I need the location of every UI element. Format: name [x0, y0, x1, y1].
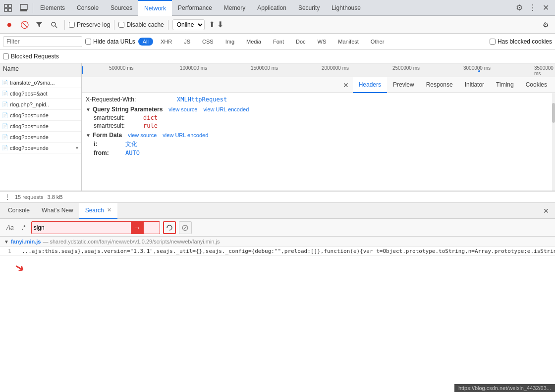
tab-timing[interactable]: Timing [490, 77, 520, 93]
list-item[interactable]: 📄 ctlog?pos=unde [0, 110, 81, 121]
status-bar: ⋮ 15 requests 3.8 kB [0, 191, 555, 203]
list-item[interactable]: 📄 translate_o?sma... [0, 77, 81, 88]
filter-css[interactable]: CSS [198, 38, 218, 46]
tab-console-bottom[interactable]: Console [2, 203, 36, 219]
filter-button[interactable] [33, 18, 46, 31]
query-string-section[interactable]: ▼ Query String Parameters view source vi… [86, 104, 551, 114]
close-bottom-panel-button[interactable]: ✕ [539, 207, 553, 215]
search-cancel-button[interactable]: ⊘ [179, 221, 192, 234]
search-line-number: 1 [8, 248, 18, 254]
file-icon: 📄 [2, 101, 8, 107]
file-icon: 📄 [2, 112, 8, 118]
list-item[interactable]: 📄 ctlog?pos=unde [0, 132, 81, 143]
search-file-url: — shared.ydstatic.com/fanyi/newweb/v1.0.… [43, 239, 220, 245]
file-list: 📄 translate_o?sma... 📄 ctlog?pos=&act 📄 … [0, 77, 82, 191]
timeline-ruler: 500000 ms 1000000 ms 1500000 ms 2000000 … [82, 63, 555, 77]
request-count: 15 requests [15, 194, 43, 200]
record-button[interactable]: ⏺ [3, 18, 16, 31]
tab-cookies[interactable]: Cookies [520, 77, 553, 93]
close-search-tab-icon[interactable]: ✕ [107, 207, 111, 213]
tab-performance[interactable]: Performance [172, 0, 218, 16]
filter-js[interactable]: JS [179, 38, 195, 46]
settings-gear-icon[interactable]: ⚙ [514, 1, 525, 14]
disable-cache-checkbox[interactable] [118, 22, 124, 28]
close-detail-button[interactable]: ✕ [339, 81, 353, 89]
file-icon: 📄 [2, 123, 8, 129]
search-submit-button[interactable]: → [131, 221, 144, 234]
form-view-url-encoded-link[interactable]: view URL encoded [163, 132, 208, 138]
tab-response[interactable]: Response [420, 77, 459, 93]
disable-cache-label[interactable]: Disable cache [118, 21, 164, 28]
file-icon: 📄 [2, 80, 8, 85]
filter-manifest[interactable]: Manifest [333, 38, 363, 46]
tab-headers[interactable]: Headers [353, 77, 387, 93]
detail-tabs: ✕ Headers Preview Response Initiator Tim… [82, 77, 555, 93]
dock-icon[interactable] [16, 0, 32, 16]
preserve-log-checkbox[interactable] [69, 22, 75, 28]
param-row: smartresult: dict [86, 114, 551, 122]
filter-input[interactable] [3, 36, 82, 47]
tab-console[interactable]: Console [71, 0, 105, 16]
devtools-tab-bar: Elements Console Sources Network Perform… [0, 0, 555, 16]
view-url-encoded-link[interactable]: view URL encoded [203, 106, 249, 112]
tab-sources[interactable]: Sources [105, 0, 138, 16]
svg-rect-5 [20, 9, 27, 11]
upload-icon[interactable]: ⬆ [209, 20, 215, 29]
tab-elements[interactable]: Elements [34, 0, 71, 16]
tab-whats-new[interactable]: What's New [36, 203, 79, 219]
blocked-requests-checkbox[interactable] [3, 53, 9, 59]
hide-data-urls-label[interactable]: Hide data URLs [85, 38, 135, 45]
filter-all[interactable]: All [138, 38, 153, 46]
form-view-source-link[interactable]: view source [128, 132, 157, 138]
throttle-select[interactable]: Online [172, 19, 205, 30]
inspect-icon[interactable] [0, 0, 16, 16]
filter-media[interactable]: Media [242, 38, 266, 46]
download-icon[interactable]: ⬇ [217, 20, 223, 29]
preserve-log-label[interactable]: Preserve log [69, 21, 110, 28]
tab-search[interactable]: Search ✕ [79, 203, 117, 219]
tab-lighthouse[interactable]: Lighthouse [326, 0, 367, 16]
tab-network[interactable]: Network [138, 0, 172, 16]
search-refresh-button[interactable] [163, 221, 176, 234]
dot-menu-icon[interactable]: ⋮ [4, 193, 11, 201]
list-item[interactable]: 📄 ctlog?pos=unde ▼ [0, 143, 81, 153]
form-data-section[interactable]: ▼ Form Data view source view URL encoded [86, 130, 551, 140]
list-item[interactable]: 📄 ctlog?pos=unde [0, 121, 81, 132]
search-file-header[interactable]: ▼ fanyi.min.js — shared.ydstatic.com/fan… [0, 237, 555, 247]
tab-preview[interactable]: Preview [387, 77, 420, 93]
svg-rect-0 [4, 4, 7, 7]
match-case-button[interactable]: Aa [4, 223, 16, 233]
hide-data-urls-checkbox[interactable] [85, 39, 91, 45]
filter-xhr[interactable]: XHR [156, 38, 176, 46]
x-requested-with-row: X-Requested-With: XMLHttpRequest [86, 95, 551, 104]
close-devtools-icon[interactable]: ✕ [541, 1, 551, 14]
timeline-tick-2500k: 2500000 ms [392, 65, 420, 71]
tab-memory[interactable]: Memory [218, 0, 251, 16]
timeline-position-indicator [82, 66, 83, 74]
filter-img[interactable]: Img [221, 38, 239, 46]
list-item[interactable]: 📄 rlog.php?_npid.. [0, 99, 81, 110]
view-source-link[interactable]: view source [168, 106, 197, 112]
tab-application[interactable]: Application [251, 0, 292, 16]
headers-scrollbar[interactable] [552, 93, 555, 191]
use-regex-button[interactable]: .* [19, 223, 28, 233]
name-column-header: Name [0, 63, 82, 77]
stop-button[interactable]: 🚫 [18, 18, 31, 31]
timeline-tick-3500k: 3500000 ms [534, 65, 555, 76]
filter-font[interactable]: Font [269, 38, 288, 46]
search-button[interactable] [48, 18, 60, 31]
svg-line-7 [55, 26, 57, 28]
search-input[interactable] [32, 223, 131, 232]
file-icon: 📄 [2, 145, 8, 150]
svg-rect-2 [4, 8, 7, 11]
list-item[interactable]: 📄 ctlog?pos=&act [0, 88, 81, 99]
filter-ws[interactable]: WS [313, 38, 331, 46]
tab-security[interactable]: Security [292, 0, 326, 16]
more-options-icon[interactable]: ⋮ [527, 1, 539, 14]
filter-other[interactable]: Other [366, 38, 389, 46]
filter-doc[interactable]: Doc [291, 38, 310, 46]
has-blocked-cookies-checkbox[interactable] [490, 39, 496, 45]
network-settings-icon[interactable]: ⚙ [539, 18, 552, 31]
tab-initiator[interactable]: Initiator [459, 77, 490, 93]
search-result-row[interactable]: 1 ...ajs:this.seajs},seajs.version="1.3.… [0, 247, 555, 256]
